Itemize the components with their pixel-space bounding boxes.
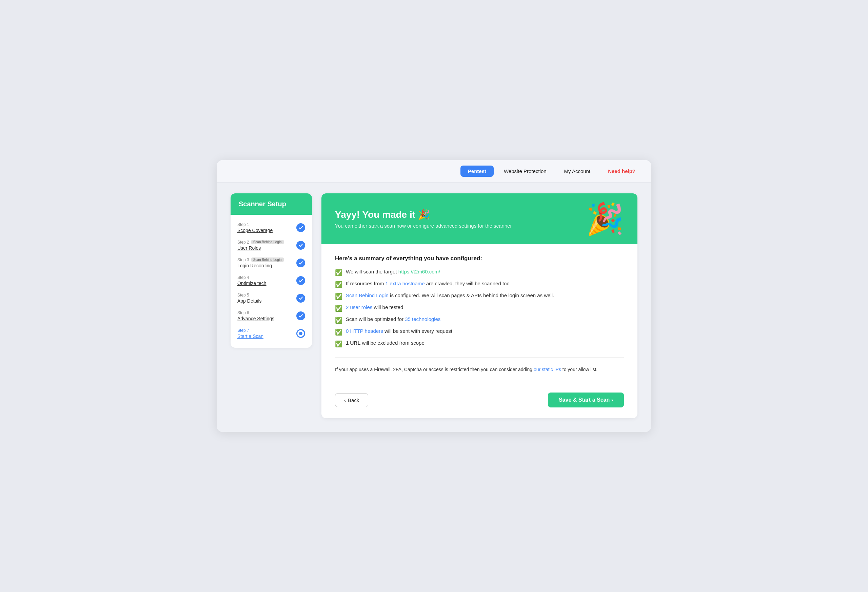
step-2-label: Step 2 Scan Behind Login [237,240,284,244]
check-icon-3: ✅ [335,293,342,300]
scan-behind-login-link[interactable]: Scan Behind Login [346,292,388,298]
user-roles-link[interactable]: 2 user roles [346,304,372,310]
banner-subtext: You can either start a scan now or confi… [335,223,512,229]
banner-heading: Yayy! You made it 🎉 [335,209,512,220]
step-1-label: Step 1 [237,222,273,227]
step-7-radio [296,329,305,338]
step-7-label: Step 7 [237,328,263,333]
back-chevron-icon: ‹ [344,397,346,403]
item-1-text: We will scan the target https://t2m60.co… [346,269,440,274]
browser-window: Pentest Website Protection My Account Ne… [217,160,651,432]
step-5-label: Step 5 [237,293,262,297]
check-icon-1: ✅ [335,269,342,277]
website-protection-nav-button[interactable]: Website Protection [496,166,554,177]
list-item: ✅ 2 user roles will be tested [335,304,624,312]
list-item: ✅ 1 URL will be excluded from scope [335,340,624,348]
sidebar-step-1[interactable]: Step 1 Scope Coverage [230,219,312,237]
step-6-check [296,311,305,320]
sidebar-step-4[interactable]: Step 4 Optimize tech [230,272,312,289]
list-item: ✅ We will scan the target https://t2m60.… [335,269,624,277]
back-label: Back [348,397,359,403]
check-icon-2: ✅ [335,281,342,289]
step-3-badge: Scan Behind Login [251,258,284,262]
step-4-check [296,276,305,285]
firewall-note: If your app uses a Firewall, 2FA, Captch… [335,357,624,374]
check-icon-4: ✅ [335,305,342,312]
sidebar-step-7[interactable]: Step 7 Start a Scan [230,325,312,342]
step-3-check [296,259,305,267]
sidebar-step-3[interactable]: Step 3 Scan Behind Login Login Recording [230,254,312,272]
sidebar-step-2[interactable]: Step 2 Scan Behind Login User Roles [230,237,312,254]
list-item: ✅ 0 HTTP headers will be sent with every… [335,328,624,336]
save-label: Save & Start a Scan › [559,397,613,403]
item-7-text: 1 URL will be excluded from scope [346,340,425,346]
list-item: ✅ Scan Behind Login is configured. We wi… [335,292,624,300]
pentest-nav-button[interactable]: Pentest [461,166,494,177]
item-2-text: If resources from 1 extra hostname are c… [346,281,509,286]
need-help-nav-button[interactable]: Need help? [601,166,643,177]
my-account-nav-button[interactable]: My Account [557,166,598,177]
step-2-badge: Scan Behind Login [251,240,284,244]
step-1-name[interactable]: Scope Coverage [237,228,273,233]
step-2-check [296,241,305,250]
item-5-text: Scan will be optimized for 35 technologi… [346,316,440,322]
sidebar: Scanner Setup Step 1 Scope Coverage [230,193,312,348]
item-6-text: 0 HTTP headers will be sent with every r… [346,328,452,334]
step-5-check [296,294,305,303]
sidebar-title: Scanner Setup [239,200,286,208]
step-4-name[interactable]: Optimize tech [237,281,267,286]
banner-text: Yayy! You made it 🎉 You can either start… [335,209,512,229]
summary-title: Here's a summary of everything you have … [335,255,624,262]
item-4-text: 2 user roles will be tested [346,304,403,310]
step-1-check [296,223,305,232]
scan-target-link[interactable]: https://t2m60.com/ [399,269,440,274]
sidebar-step-5[interactable]: Step 5 App Details [230,289,312,307]
list-item: ✅ If resources from 1 extra hostname are… [335,281,624,289]
step-3-name[interactable]: Login Recording [237,263,284,268]
step-6-label: Step 6 [237,311,274,315]
http-headers-link[interactable]: 0 HTTP headers [346,328,383,334]
success-banner: Yayy! You made it 🎉 You can either start… [322,193,638,244]
step-4-label: Step 4 [237,275,267,280]
back-button[interactable]: ‹ Back [335,393,368,407]
browser-nav: Pentest Website Protection My Account Ne… [217,160,651,182]
sidebar-body: Step 1 Scope Coverage Step 2 Scan Behind… [230,215,312,348]
main-panel: Yayy! You made it 🎉 You can either start… [322,193,638,419]
sidebar-step-6[interactable]: Step 6 Advance Settings [230,307,312,325]
extra-hostname-link[interactable]: 1 extra hostname [385,281,425,286]
list-item: ✅ Scan will be optimized for 35 technolo… [335,316,624,324]
check-icon-6: ✅ [335,329,342,336]
panel-body: Here's a summary of everything you have … [322,244,638,393]
step-3-label: Step 3 Scan Behind Login [237,258,284,262]
panel-footer: ‹ Back Save & Start a Scan › [322,392,638,418]
sidebar-header: Scanner Setup [230,193,312,215]
summary-list: ✅ We will scan the target https://t2m60.… [335,269,624,348]
save-start-scan-button[interactable]: Save & Start a Scan › [548,392,624,407]
step-5-name[interactable]: App Details [237,298,262,303]
layout: Scanner Setup Step 1 Scope Coverage [230,193,638,419]
main-content: Scanner Setup Step 1 Scope Coverage [217,182,651,432]
party-icon: 🎉 [586,204,624,234]
static-ips-link[interactable]: our static IPs [534,367,561,372]
step-6-name[interactable]: Advance Settings [237,316,274,321]
step-7-name[interactable]: Start a Scan [237,333,263,339]
technologies-link[interactable]: 35 technologies [405,316,440,322]
check-icon-5: ✅ [335,317,342,324]
step-2-name[interactable]: User Roles [237,245,284,251]
check-icon-7: ✅ [335,340,342,348]
item-3-text: Scan Behind Login is configured. We will… [346,292,554,298]
